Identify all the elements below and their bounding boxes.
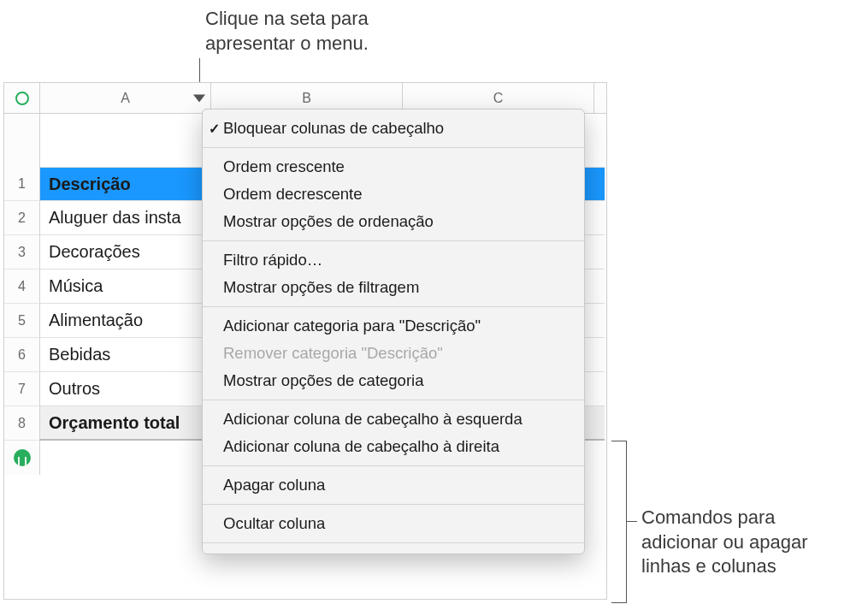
- menu-item-freeze-header-columns[interactable]: Bloquear colunas de cabeçalho: [203, 115, 584, 142]
- menu-separator: [203, 306, 584, 307]
- menu-separator: [203, 465, 584, 466]
- annotation-top: Clique na seta para apresentar o menu.: [205, 7, 369, 56]
- menu-item-sort-ascending[interactable]: Ordem crescente: [203, 153, 584, 181]
- row-header-2[interactable]: 2: [4, 201, 40, 235]
- row-header-8[interactable]: 8: [4, 406, 40, 441]
- menu-separator: [203, 542, 584, 543]
- table-cell: Decorações: [40, 242, 211, 262]
- menu-item-category-options[interactable]: Mostrar opções de categoria: [203, 367, 584, 394]
- menu-item-add-header-column-right[interactable]: Adicionar coluna de cabeçalho à direita: [203, 433, 584, 460]
- column-header-a[interactable]: A: [40, 83, 211, 113]
- table-header-cell: Descrição: [40, 175, 211, 194]
- menu-item-delete-column[interactable]: Apagar coluna: [203, 471, 584, 499]
- menu-item-add-category[interactable]: Adicionar categoria para "Descrição": [203, 312, 584, 340]
- column-header-label: A: [121, 91, 130, 106]
- menu-separator: [203, 240, 584, 241]
- table-footer-cell: Orçamento total: [40, 413, 211, 433]
- menu-item-remove-category: Remover categoria "Descrição": [203, 340, 584, 367]
- table-cell: Alimentação: [40, 311, 211, 330]
- menu-separator: [203, 147, 584, 148]
- table-cell: Música: [40, 276, 211, 296]
- menu-item-sort-descending[interactable]: Ordem decrescente: [203, 181, 584, 208]
- annotation-bracket: [611, 441, 627, 603]
- menu-item-filter-options[interactable]: Mostrar opções de filtragem: [203, 274, 584, 301]
- annotation-right: Comandos para adicionar ou apagar linhas…: [641, 506, 807, 579]
- row-header-4[interactable]: 4: [4, 269, 40, 304]
- add-row-button[interactable]: [4, 441, 40, 475]
- menu-item-quick-filter[interactable]: Filtro rápido…: [203, 246, 584, 274]
- row-header-5[interactable]: 5: [4, 304, 40, 338]
- table-cell: Aluguer das insta: [40, 208, 211, 228]
- menu-item-add-header-column-left[interactable]: Adicionar coluna de cabeçalho à esquerda: [203, 406, 584, 433]
- column-header-label: C: [493, 91, 504, 106]
- select-all-corner[interactable]: [4, 83, 40, 114]
- menu-item-sort-options[interactable]: Mostrar opções de ordenação: [203, 208, 584, 235]
- table-cell: Outros: [40, 379, 211, 399]
- row-header-3[interactable]: 3: [4, 235, 40, 269]
- annotation-bracket-stem: [627, 521, 637, 522]
- select-handle-icon: [15, 92, 29, 105]
- menu-separator: [203, 400, 584, 400]
- row-header-6[interactable]: 6: [4, 338, 40, 372]
- table-cell: Bebidas: [40, 345, 211, 364]
- column-dropdown-menu: Bloquear colunas de cabeçalho Ordem cres…: [202, 109, 585, 554]
- column-header-label: B: [302, 91, 311, 106]
- menu-separator: [203, 504, 584, 505]
- row-headers: 1 2 3 4 5 6 7 8: [4, 114, 40, 475]
- chevron-down-icon[interactable]: [193, 94, 205, 102]
- row-header-1[interactable]: 1: [4, 167, 40, 201]
- menu-item-hide-column[interactable]: Ocultar coluna: [203, 510, 584, 537]
- equals-icon: [14, 449, 31, 466]
- row-header-7[interactable]: 7: [4, 372, 40, 406]
